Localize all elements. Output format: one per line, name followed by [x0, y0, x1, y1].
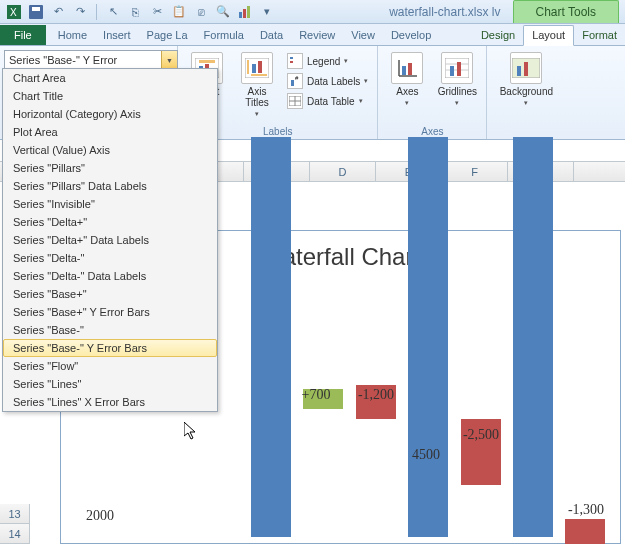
tab-design[interactable]: Design — [473, 26, 523, 45]
dropdown-item[interactable]: Series "Lines" — [3, 375, 217, 393]
tab-review[interactable]: Review — [291, 26, 343, 45]
svg-rect-35 — [457, 62, 461, 76]
svg-text:#: # — [295, 76, 299, 81]
copy-icon[interactable]: ⎘ — [127, 4, 143, 20]
svg-text:X: X — [10, 7, 17, 18]
tab-formulas[interactable]: Formula — [196, 26, 252, 45]
data-label: -1,200 — [358, 387, 394, 403]
dropdown-item[interactable]: Vertical (Value) Axis — [3, 141, 217, 159]
dropdown-item[interactable]: Horizontal (Category) Axis — [3, 105, 217, 123]
cut-icon[interactable]: ✂ — [149, 4, 165, 20]
dropdown-item[interactable]: Series "Delta+" — [3, 213, 217, 231]
dropdown-item[interactable]: Series "Invisible" — [3, 195, 217, 213]
group-label-axes: Axes — [384, 124, 480, 137]
chart-bar[interactable] — [408, 137, 448, 537]
svg-rect-18 — [252, 64, 256, 73]
axis-titles-button[interactable]: Axis Titles▾ — [234, 50, 280, 120]
legend-button[interactable]: Legend ▾ — [284, 52, 371, 70]
chart-tools-context-label: Chart Tools — [513, 0, 619, 23]
background-button[interactable]: Background▾ — [493, 50, 559, 109]
tab-file[interactable]: File — [0, 25, 46, 45]
svg-rect-37 — [517, 66, 521, 76]
data-labels-button[interactable]: #Data Labels ▾ — [284, 72, 371, 90]
dropdown-item[interactable]: Series "Delta-" Data Labels — [3, 267, 217, 285]
dropdown-item[interactable]: Series "Base+" Y Error Bars — [3, 303, 217, 321]
chart-element-selector-value: Series "Base-" Y Error — [5, 54, 161, 66]
svg-rect-30 — [408, 63, 412, 75]
undo-icon[interactable]: ↶ — [50, 4, 66, 20]
tab-layout[interactable]: Layout — [523, 25, 574, 46]
clear-icon[interactable]: ⎚ — [193, 4, 209, 20]
cursor-icon[interactable]: ↖ — [105, 4, 121, 20]
tab-home[interactable]: Home — [50, 26, 95, 45]
redo-icon[interactable]: ↷ — [72, 4, 88, 20]
dropdown-item[interactable]: Series "Pillars" Data Labels — [3, 177, 217, 195]
tab-insert[interactable]: Insert — [95, 26, 139, 45]
data-table-button[interactable]: Data Table ▾ — [284, 92, 371, 110]
dropdown-item[interactable]: Series "Delta-" — [3, 249, 217, 267]
background-icon — [510, 52, 542, 84]
svg-rect-19 — [258, 61, 262, 73]
svg-rect-11 — [199, 60, 215, 63]
dropdown-item[interactable]: Series "Base-" Y Error Bars — [3, 339, 217, 357]
row-header[interactable]: 14 — [0, 524, 30, 544]
chart-bar[interactable] — [513, 137, 553, 537]
excel-icon: X — [6, 4, 22, 20]
y-axis-tick-label: 2000 — [86, 508, 114, 524]
svg-rect-17 — [251, 74, 267, 76]
dropdown-item[interactable]: Series "Delta+" Data Labels — [3, 231, 217, 249]
column-header[interactable]: F — [442, 162, 508, 181]
dropdown-item[interactable]: Series "Base-" — [3, 321, 217, 339]
chart-element-selector-dropdown-button[interactable]: ▼ — [161, 51, 177, 69]
window-title: waterfall-chart.xlsx lv — [389, 5, 506, 19]
dropdown-item[interactable]: Series "Pillars" — [3, 159, 217, 177]
gridlines-icon — [441, 52, 473, 84]
dropdown-item[interactable]: Series "Flow" — [3, 357, 217, 375]
dropdown-item[interactable]: Series "Lines" X Error Bars — [3, 393, 217, 411]
gridlines-button[interactable]: Gridlines▾ — [434, 50, 480, 109]
tab-format[interactable]: Format — [574, 26, 625, 45]
svg-rect-29 — [402, 66, 406, 75]
chart-bar[interactable] — [565, 519, 605, 544]
paste-icon[interactable]: 📋 — [171, 4, 187, 20]
data-label: +700 — [302, 387, 331, 403]
chart-element-dropdown[interactable]: Chart AreaChart TitleHorizontal (Categor… — [2, 68, 218, 412]
legend-icon — [287, 53, 303, 69]
svg-rect-6 — [247, 6, 250, 18]
quick-access-toolbar: X ↶ ↷ ↖ ⎘ ✂ 📋 ⎚ 🔍 ▾ waterfall-chart.xlsx… — [0, 0, 625, 24]
dropdown-item[interactable]: Chart Title — [3, 87, 217, 105]
column-header[interactable]: D — [310, 162, 376, 181]
data-table-icon — [287, 93, 303, 109]
dropdown-item[interactable]: Chart Area — [3, 69, 217, 87]
dropdown-icon[interactable]: ▾ — [259, 4, 275, 20]
svg-rect-3 — [32, 7, 40, 11]
data-label: -2,500 — [463, 427, 499, 443]
axis-titles-icon — [241, 52, 273, 84]
axes-icon — [391, 52, 423, 84]
tab-data[interactable]: Data — [252, 26, 291, 45]
dropdown-item[interactable]: Series "Base+" — [3, 285, 217, 303]
dropdown-item[interactable]: Plot Area — [3, 123, 217, 141]
svg-rect-5 — [243, 9, 246, 18]
svg-rect-20 — [290, 57, 293, 59]
data-label: 4500 — [412, 447, 440, 463]
svg-rect-21 — [290, 61, 293, 63]
chart-element-selector[interactable]: Series "Base-" Y Error ▼ — [4, 50, 178, 70]
axes-button[interactable]: Axes▾ — [384, 50, 430, 109]
svg-rect-4 — [239, 12, 242, 18]
ribbon-tabs: File Home Insert Page La Formula Data Re… — [0, 24, 625, 46]
preview-icon[interactable]: 🔍 — [215, 4, 231, 20]
row-header[interactable]: 13 — [0, 504, 30, 524]
svg-rect-22 — [291, 80, 294, 86]
tab-view[interactable]: View — [343, 26, 383, 45]
svg-rect-34 — [450, 66, 454, 76]
save-icon[interactable] — [28, 4, 44, 20]
svg-rect-16 — [247, 60, 249, 74]
tab-page-layout[interactable]: Page La — [139, 26, 196, 45]
svg-rect-38 — [524, 62, 528, 76]
data-label: -1,300 — [568, 502, 604, 518]
chart-bar[interactable] — [251, 137, 291, 537]
chart-icon[interactable] — [237, 4, 253, 20]
tab-developer[interactable]: Develop — [383, 26, 439, 45]
data-labels-icon: # — [287, 73, 303, 89]
